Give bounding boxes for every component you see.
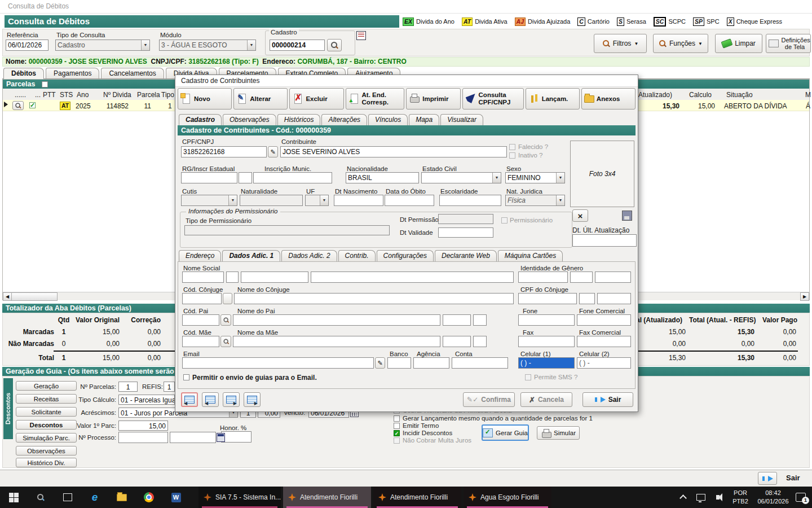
tipo-calculo-select[interactable]: 01 - Parcelas Igua: [118, 395, 175, 405]
limpar-button[interactable]: Limpar: [715, 34, 762, 53]
banco-input[interactable]: [387, 357, 411, 369]
email-edit-button[interactable]: ✎: [375, 357, 385, 369]
descontos-vertical-tab[interactable]: Descontos: [3, 378, 13, 439]
anexos-button[interactable]: Anexos: [581, 88, 636, 110]
uf-select[interactable]: ▼: [305, 195, 329, 206]
cpf-input[interactable]: 31852262168: [181, 146, 267, 157]
celular1-input[interactable]: ( ) -: [518, 357, 575, 369]
referencia-input[interactable]: 06/01/2026: [6, 40, 48, 51]
excluir-button[interactable]: Excluir: [289, 88, 343, 110]
at-end-corresp-button[interactable]: At. End. Corresp.: [346, 88, 405, 110]
cod-mae-search-button[interactable]: [220, 336, 231, 347]
cod-conjuge-search-button[interactable]: [223, 293, 232, 304]
tray-volume-button[interactable]: [709, 487, 726, 508]
permissionario-checkbox[interactable]: [501, 217, 508, 224]
refis-input[interactable]: 1: [164, 382, 175, 392]
nacionalidade-input[interactable]: BRASIL: [346, 172, 419, 183]
gerar-guia-button[interactable]: ✓ Gerar Guia: [482, 424, 529, 441]
tab-debitos[interactable]: Débitos: [3, 68, 44, 79]
tray-clock[interactable]: 08:42 06/01/2026: [753, 489, 793, 506]
modal-titlebar[interactable]: Cadastro de Contribuintes: [175, 75, 638, 87]
cpf-conjuge-input-3[interactable]: [597, 293, 631, 304]
fone-input[interactable]: [518, 314, 575, 326]
taskbar-app-sia[interactable]: SIA 7.5 - Sistema In...: [198, 487, 281, 508]
rg-extra-input[interactable]: [239, 172, 252, 183]
dt-validade-input[interactable]: [438, 227, 493, 238]
scroll-thumb[interactable]: [11, 292, 58, 301]
taskbar-app-atendimento-active[interactable]: Atendimento Fiorilli: [283, 487, 371, 508]
subtab-endereco[interactable]: Endereço: [179, 250, 221, 261]
nome-social-input-2[interactable]: [226, 271, 239, 283]
cadastro-input[interactable]: 000000214: [270, 40, 325, 51]
tray-language[interactable]: POR PTB2: [729, 489, 752, 506]
tray-network-button[interactable]: [692, 487, 709, 508]
tab-cadastro[interactable]: Cadastro: [179, 114, 222, 125]
cpf-conjuge-input-1[interactable]: [518, 293, 577, 304]
incidir-descontos-checkbox[interactable]: ✓: [394, 430, 400, 436]
funcoes-button[interactable]: Funções▼: [653, 34, 708, 53]
cancela-button[interactable]: ✗Cancela: [520, 392, 572, 407]
foto-remove-button[interactable]: ×: [572, 209, 588, 222]
naturalidade-input[interactable]: [240, 195, 303, 206]
nparcelas-input[interactable]: 1: [118, 382, 138, 392]
nat-juridica-select[interactable]: Física▼: [505, 195, 565, 206]
fax-input[interactable]: [518, 336, 575, 347]
tab-pagamentos[interactable]: Pagamentos: [46, 68, 99, 79]
cadastro-list-button[interactable]: [356, 31, 366, 42]
tab-visualizar[interactable]: Visualizar: [440, 114, 483, 125]
task-view-button[interactable]: [55, 487, 80, 508]
subtab-dados-adic-1[interactable]: Dados Adic. 1: [222, 250, 280, 261]
estado-civil-select[interactable]: ▼: [421, 172, 501, 183]
side-button-geracao[interactable]: Geração: [16, 381, 77, 391]
simular-button[interactable]: Simular: [537, 426, 580, 440]
side-button-descontos[interactable]: Descontos: [16, 420, 77, 430]
save-photo-icon[interactable]: [622, 211, 632, 221]
conta-input[interactable]: [452, 357, 508, 369]
dt-permissao-input[interactable]: [438, 214, 493, 224]
sair-button[interactable]: [758, 472, 777, 485]
notification-center-button[interactable]: 1: [792, 487, 810, 508]
parcelas-select-all-checkbox[interactable]: [42, 81, 48, 87]
nao-cobrar-multa-checkbox[interactable]: [394, 437, 400, 444]
cutis-select[interactable]: ▼: [181, 195, 237, 206]
contribuinte-input[interactable]: JOSE SEVERINO ALVES: [280, 146, 507, 157]
pai-extra-input-2[interactable]: [473, 314, 487, 326]
fone-comercial-input[interactable]: [577, 314, 631, 326]
word-button[interactable]: W: [164, 487, 188, 508]
scroll-right-icon[interactable]: ▶: [800, 292, 809, 301]
tab-alteracoes[interactable]: Alterações: [321, 114, 367, 125]
tab-vinculos[interactable]: Vínculos: [368, 114, 408, 125]
tipo-consulta-select[interactable]: Cadastro▼: [55, 40, 150, 51]
agencia-input[interactable]: [413, 357, 449, 369]
row-checkbox[interactable]: ✓: [29, 102, 36, 108]
taskbar-search-button[interactable]: [28, 487, 53, 508]
dt-nascimento-input[interactable]: [334, 195, 383, 206]
nome-social-input-4[interactable]: [311, 271, 514, 283]
nome-conjuge-input[interactable]: [234, 293, 514, 304]
taskbar-app-agua-esgoto[interactable]: Agua Esgoto Fiorilli: [464, 487, 551, 508]
modulo-select[interactable]: 3 - ÁGUA E ESGOTO▼: [159, 40, 256, 51]
data-obito-input[interactable]: [385, 195, 434, 206]
imprimir-button[interactable]: Imprimir: [406, 88, 460, 110]
consulta-cpf-button[interactable]: Consulta CPF/CNPJ: [462, 88, 524, 110]
side-button-historico[interactable]: Histórico Div.: [16, 458, 77, 467]
valor1-input[interactable]: 15,00: [118, 421, 168, 431]
nome-social-input-3[interactable]: [241, 271, 308, 283]
cod-conjuge-input[interactable]: [182, 293, 222, 304]
pai-extra-input-1[interactable]: [443, 314, 471, 326]
calculator-icon[interactable]: [217, 433, 225, 442]
gerar-lancamento-checkbox[interactable]: [394, 415, 400, 422]
side-button-receitas[interactable]: Receitas: [16, 394, 77, 404]
escolaridade-input[interactable]: [439, 195, 501, 206]
cpf-edit-button[interactable]: ✎: [268, 146, 278, 157]
idgen-input-3[interactable]: [595, 271, 631, 283]
side-button-observacoes[interactable]: Observações: [16, 446, 77, 456]
idgen-input-1[interactable]: [518, 271, 568, 283]
novo-button[interactable]: Novo: [178, 88, 232, 110]
start-button[interactable]: [1, 487, 26, 508]
cod-mae-input[interactable]: [182, 336, 219, 347]
chrome-button[interactable]: [136, 487, 161, 508]
sair-label[interactable]: Sair: [786, 474, 800, 482]
lancam-button[interactable]: Lançam.: [526, 88, 580, 110]
tab-observacoes[interactable]: Observações: [223, 114, 276, 125]
